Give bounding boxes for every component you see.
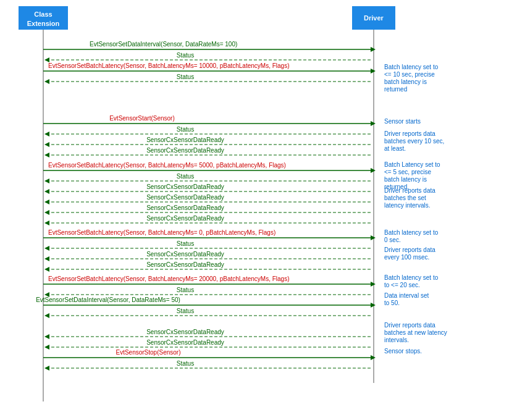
diagram-container: Class Extension Driver EvtSensorSetDataI… [0, 0, 517, 420]
svg-text:Status: Status [177, 74, 194, 80]
svg-marker-8 [371, 47, 376, 52]
svg-text:SensorCxSensorDataReady: SensorCxSensorDataReady [146, 204, 224, 211]
svg-marker-31 [44, 142, 49, 147]
svg-marker-86 [44, 292, 49, 297]
svg-text:Status: Status [177, 308, 194, 314]
svg-rect-0 [19, 6, 68, 30]
svg-text:Batch latency set to: Batch latency set to [384, 274, 439, 281]
svg-marker-11 [44, 57, 49, 62]
svg-text:Driver: Driver [364, 14, 384, 22]
svg-text:batches every 10 sec,: batches every 10 sec, [384, 138, 444, 145]
svg-text:EvtSensorStop(Sensor): EvtSensorStop(Sensor) [116, 349, 180, 356]
svg-text:at least.: at least. [384, 145, 406, 152]
svg-text:Extension: Extension [27, 20, 60, 27]
svg-text:intervals.: intervals. [384, 337, 409, 343]
svg-text:Batch latency set to: Batch latency set to [384, 229, 439, 236]
svg-text:Status: Status [177, 287, 194, 293]
svg-text:SensorCxSensorDataReady: SensorCxSensorDataReady [146, 194, 224, 201]
svg-marker-89 [371, 303, 376, 308]
svg-marker-103 [44, 345, 49, 350]
svg-text:EvtSensorSetDataInterval(Senso: EvtSensorSetDataInterval(Sensor, DataRat… [36, 296, 180, 303]
svg-marker-24 [371, 121, 376, 126]
svg-text:returned.: returned. [384, 183, 409, 190]
svg-marker-73 [44, 256, 49, 261]
svg-text:EvtSensorSetBatchLatency(Senso: EvtSensorSetBatchLatency(Sensor, BatchLa… [48, 62, 290, 69]
svg-marker-78 [44, 267, 49, 272]
svg-marker-106 [371, 355, 376, 360]
svg-marker-28 [44, 132, 49, 136]
svg-marker-94 [44, 313, 49, 318]
svg-marker-65 [371, 235, 376, 240]
svg-text:batches at new latency: batches at new latency [384, 329, 447, 336]
svg-marker-40 [371, 168, 376, 173]
svg-marker-70 [44, 246, 49, 251]
svg-text:SensorCxSensorDataReady: SensorCxSensorDataReady [146, 183, 224, 190]
svg-marker-47 [44, 178, 49, 183]
svg-text:SensorCxSensorDataReady: SensorCxSensorDataReady [146, 147, 224, 154]
svg-text:batch latency is: batch latency is [384, 176, 427, 183]
svg-text:EvtSensorSetBatchLatency(Senso: EvtSensorSetBatchLatency(Sensor, BatchLa… [48, 275, 290, 282]
svg-marker-62 [44, 220, 49, 225]
svg-marker-17 [44, 79, 49, 84]
svg-text:Status: Status [177, 173, 194, 180]
svg-text:SensorCxSensorDataReady: SensorCxSensorDataReady [146, 251, 224, 258]
svg-text:Status: Status [177, 126, 194, 133]
svg-text:Status: Status [177, 52, 194, 59]
svg-text:latency intervals.: latency intervals. [384, 202, 430, 209]
svg-text:returned: returned [384, 86, 407, 93]
svg-marker-81 [371, 282, 376, 287]
svg-text:Driver reports data: Driver reports data [384, 187, 435, 194]
svg-marker-59 [44, 210, 49, 215]
svg-text:EvtSensorStart(Sensor): EvtSensorStart(Sensor) [109, 115, 175, 122]
svg-text:SensorCxSensorDataReady: SensorCxSensorDataReady [146, 215, 224, 222]
svg-text:EvtSensorSetBatchLatency(Senso: EvtSensorSetBatchLatency(Sensor, BatchLa… [48, 162, 286, 169]
svg-text:Sensor stops.: Sensor stops. [384, 348, 422, 355]
svg-text:Driver reports data: Driver reports data [384, 246, 435, 253]
svg-text:Driver reports data: Driver reports data [384, 322, 435, 329]
svg-text:<= 5 sec, precise: <= 5 sec, precise [384, 169, 432, 175]
svg-text:SensorCxSensorDataReady: SensorCxSensorDataReady [146, 136, 224, 143]
svg-marker-37 [44, 153, 49, 158]
sequence-diagram: Class Extension Driver EvtSensorSetDataI… [0, 0, 517, 420]
svg-text:<= 10 sec, precise: <= 10 sec, precise [384, 71, 435, 78]
svg-text:Batch Latency set to: Batch Latency set to [384, 161, 440, 168]
svg-text:SensorCxSensorDataReady: SensorCxSensorDataReady [146, 329, 224, 335]
svg-text:Driver reports data: Driver reports data [384, 130, 435, 137]
svg-text:EvtSensorSetBatchLatency(Senso: EvtSensorSetBatchLatency(Sensor, BatchLa… [48, 229, 275, 236]
svg-text:SensorCxSensorDataReady: SensorCxSensorDataReady [146, 261, 224, 268]
svg-text:0 sec.: 0 sec. [384, 237, 401, 243]
svg-marker-50 [44, 189, 49, 194]
svg-text:every 100 msec.: every 100 msec. [384, 254, 429, 261]
svg-text:SensorCxSensorDataReady: SensorCxSensorDataReady [146, 339, 224, 346]
svg-text:Batch latency set to: Batch latency set to [384, 64, 439, 70]
svg-text:batch latency is: batch latency is [384, 78, 427, 85]
svg-text:batches the set: batches the set [384, 195, 426, 201]
svg-text:Data interval set: Data interval set [384, 292, 429, 299]
svg-text:Status: Status [177, 240, 194, 247]
svg-rect-3 [352, 6, 395, 30]
svg-text:Sensor starts: Sensor starts [384, 118, 421, 125]
svg-marker-56 [44, 200, 49, 204]
svg-text:EvtSensorSetDataInterval(Senso: EvtSensorSetDataInterval(Sensor, DataRat… [90, 41, 237, 48]
svg-marker-14 [371, 69, 376, 74]
svg-text:to <= 20 sec.: to <= 20 sec. [384, 282, 420, 288]
svg-text:Status: Status [177, 360, 194, 367]
svg-marker-110 [44, 366, 49, 371]
svg-text:to 50.: to 50. [384, 300, 400, 306]
svg-text:Class: Class [34, 10, 52, 18]
svg-marker-97 [44, 334, 49, 339]
